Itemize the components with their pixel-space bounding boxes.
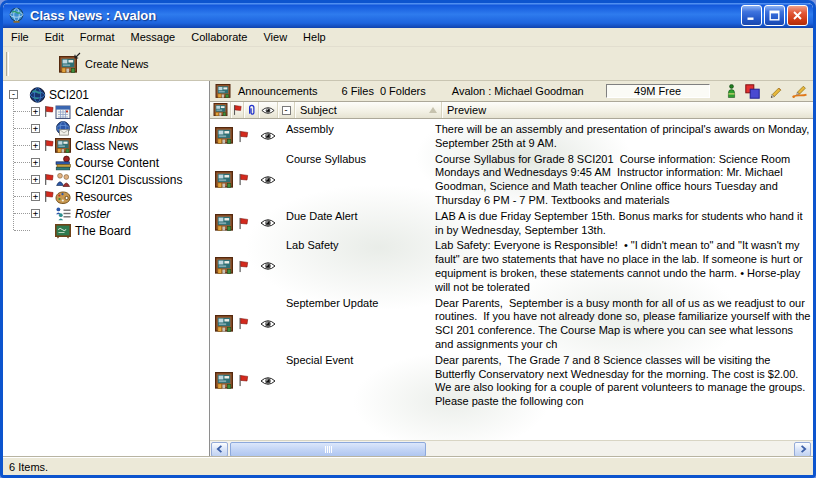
eye-icon [260, 175, 276, 185]
titlebar[interactable]: Class News : Avalon [3, 3, 813, 28]
message-row-course-syllabus[interactable]: Course Syllabus Course Syllabus for Grad… [210, 152, 813, 208]
eye-icon [260, 261, 276, 271]
menu-file[interactable]: File [3, 29, 37, 45]
sidebar-item-class-inbox[interactable]: + Class Inbox [3, 120, 209, 137]
conference-infobar: Announcements 6 Files 0 Folders Avalon :… [210, 81, 813, 102]
close-button[interactable] [787, 5, 808, 26]
minimize-icon [746, 10, 757, 21]
menu-edit[interactable]: Edit [37, 29, 72, 45]
message-preview: Course Syllabus for Grade 8 SCI201 Cours… [435, 152, 813, 208]
menu-message[interactable]: Message [123, 29, 184, 45]
menu-format[interactable]: Format [72, 29, 123, 45]
scroll-left-button[interactable] [211, 442, 228, 457]
tree-stub [14, 128, 30, 129]
minimize-button[interactable] [741, 5, 762, 26]
books-icon [55, 155, 72, 171]
create-news-icon [59, 54, 79, 74]
discussions-people-icon [55, 172, 72, 188]
pencil-icon[interactable] [769, 84, 783, 99]
tree-item-label: Resources [75, 190, 132, 204]
message-subject: Assembly [286, 122, 435, 151]
maximize-button[interactable] [764, 5, 785, 26]
sidebar-item-class-news[interactable]: + Class News [3, 137, 209, 154]
eye-icon [260, 131, 276, 141]
flag-icon [238, 173, 249, 186]
news-board-icon [215, 127, 233, 145]
maximize-icon [769, 10, 780, 21]
signature-pen-icon[interactable] [792, 83, 808, 99]
flag-icon [44, 173, 54, 186]
menu-view[interactable]: View [255, 29, 295, 45]
chevron-left-icon [216, 445, 224, 453]
create-news-label: Create News [85, 58, 149, 70]
expand-icon[interactable]: + [31, 141, 40, 150]
flag-icon [44, 190, 54, 203]
flag-icon [233, 104, 242, 116]
column-header-row: - Subject Preview [210, 102, 813, 119]
menu-collaborate[interactable]: Collaborate [183, 29, 255, 45]
create-news-button[interactable]: Create News [51, 50, 157, 78]
message-subject: Lab Safety [286, 238, 435, 294]
news-board-icon [213, 103, 228, 117]
flag-icon [238, 260, 249, 273]
main-content: - SCI201 + Calendar + Class Inbox + [3, 81, 813, 457]
collapse-all-icon[interactable]: - [282, 106, 291, 115]
column-item-icon[interactable] [210, 102, 231, 118]
expand-icon[interactable]: + [31, 175, 40, 184]
sidebar-item-sci201-discussions[interactable]: + SCI201 Discussions [3, 171, 209, 188]
tree-item-label: Class News [75, 139, 138, 153]
eye-icon [260, 319, 276, 329]
column-subject[interactable]: Subject [295, 102, 442, 118]
paperclip-icon [247, 104, 256, 116]
tree-item-label: Course Content [75, 156, 159, 170]
message-row-special-event[interactable]: Special Event Dear parents, The Grade 7 … [210, 353, 813, 409]
message-subject: Course Syllabus [286, 152, 435, 208]
sidebar-item-roster[interactable]: + Roster [3, 205, 209, 222]
expand-icon[interactable]: + [31, 158, 40, 167]
sidebar-item-calendar[interactable]: + Calendar [3, 103, 209, 120]
new-item-arrow-icon [73, 52, 81, 60]
news-board-icon [215, 372, 233, 390]
sidebar-item-resources[interactable]: + Resources [3, 188, 209, 205]
statusbar: 6 Items. [3, 457, 813, 475]
tree-stub [14, 179, 30, 180]
tree-item-label: Calendar [75, 105, 124, 119]
message-row-due-date-alert[interactable]: Due Date Alert LAB A is due Friday Septe… [210, 209, 813, 238]
column-read-status[interactable] [259, 102, 278, 118]
column-flag[interactable] [231, 102, 244, 118]
expand-icon[interactable]: + [31, 124, 40, 133]
column-attachment[interactable] [244, 102, 259, 118]
expand-icon[interactable]: + [31, 107, 40, 116]
eye-icon [261, 106, 275, 115]
scrollbar-thumb[interactable] [230, 442, 426, 457]
tree-item-label: The Board [75, 224, 131, 238]
message-row-lab-safety[interactable]: Lab Safety Lab Safety: Everyone is Respo… [210, 238, 813, 294]
toolbar-gripper[interactable] [6, 52, 9, 76]
expand-icon[interactable]: + [31, 192, 40, 201]
flag-icon [238, 130, 249, 143]
chevron-right-icon [799, 445, 807, 453]
column-preview[interactable]: Preview [442, 102, 813, 118]
message-preview: Lab Safety: Everyone is Responsible! • "… [435, 238, 813, 294]
tree-stub [14, 213, 30, 214]
online-user-icon[interactable] [727, 84, 736, 98]
flag-icon [238, 217, 249, 230]
news-board-icon [55, 138, 72, 154]
message-row-assembly[interactable]: Assembly There will be an assembly and p… [210, 122, 813, 151]
message-list-pane: Announcements 6 Files 0 Folders Avalon :… [210, 81, 813, 457]
collapse-icon[interactable]: - [9, 90, 18, 99]
horizontal-scrollbar[interactable] [210, 440, 813, 457]
sidebar-item-the-board[interactable]: The Board [3, 222, 209, 239]
column-collapse[interactable]: - [278, 102, 295, 118]
tree-stub [14, 145, 30, 146]
overlapping-squares-icon[interactable] [745, 84, 760, 99]
message-row-september-update[interactable]: September Update Dear Parents, September… [210, 296, 813, 352]
flag-icon [44, 105, 54, 118]
sidebar-item-course-content[interactable]: + Course Content [3, 154, 209, 171]
sidebar-item-sci201[interactable]: - SCI201 [3, 86, 209, 103]
menu-help[interactable]: Help [295, 29, 334, 45]
server-user: Avalon : Michael Goodman [452, 85, 584, 97]
toolbar: Create News [3, 47, 813, 81]
scroll-right-button[interactable] [794, 442, 811, 457]
expand-icon[interactable]: + [31, 209, 40, 218]
